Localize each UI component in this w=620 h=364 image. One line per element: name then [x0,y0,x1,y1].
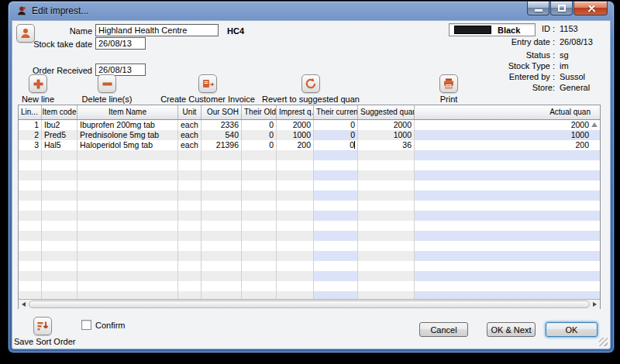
table-cell-empty[interactable] [277,271,314,281]
table-cell-empty[interactable] [202,271,242,281]
col-their-current[interactable]: Their curren... [314,105,358,119]
table-cell-empty[interactable] [202,221,242,231]
table-cell-empty[interactable] [314,170,358,180]
table-cell-empty[interactable] [277,291,314,299]
name-input[interactable] [95,24,219,36]
cell-line[interactable]: 3 [19,140,42,150]
cell-their-old[interactable]: 0 [242,130,277,140]
table-cell-empty[interactable] [42,191,78,201]
cell-imprest[interactable]: 1000 [277,130,314,140]
col-unit[interactable]: Unit [178,105,202,119]
table-cell-empty[interactable] [78,170,178,180]
table-cell-empty[interactable] [277,241,314,251]
table-cell-empty[interactable] [202,231,242,241]
table-cell-empty[interactable] [415,170,600,180]
cell-suggested[interactable]: 2000 [358,120,415,130]
table-cell-empty[interactable] [358,201,415,211]
scroll-right-icon[interactable] [593,302,597,307]
table-cell-empty[interactable] [19,291,42,299]
table-cell-empty[interactable] [314,160,358,170]
table-row-empty[interactable] [19,150,600,160]
table-cell-empty[interactable] [178,160,202,170]
table-cell-empty[interactable] [242,211,277,221]
table-cell-empty[interactable] [242,201,277,211]
table-cell-empty[interactable] [19,180,42,191]
table-horizontal-scrollbar[interactable] [19,299,600,309]
cell-unit[interactable]: each [178,130,202,140]
cell-line[interactable]: 2 [19,130,42,140]
close-button[interactable] [574,2,608,15]
table-cell-empty[interactable] [277,201,314,211]
cell-unit[interactable]: each [178,140,202,150]
table-cell-empty[interactable] [19,160,42,170]
cell-item-code[interactable]: Ibu2 [42,120,78,130]
col-our-soh[interactable]: Our SOH [202,105,242,119]
table-cell-empty[interactable] [202,180,242,191]
table-cell-empty[interactable] [78,221,178,231]
table-row-empty[interactable] [19,241,600,251]
table-cell-empty[interactable] [78,291,178,299]
table-cell-empty[interactable] [202,241,242,251]
table-row[interactable]: 1 Ibu2 Ibuprofen 200mg tab each 2336 0 2… [19,120,600,130]
col-item-code[interactable]: Item code [42,105,78,119]
table-cell-empty[interactable] [42,201,78,211]
table-cell-empty[interactable] [42,211,78,221]
table-cell-empty[interactable] [19,211,42,221]
cell-their-old[interactable]: 0 [242,120,277,130]
table-cell-empty[interactable] [314,281,358,291]
table-cell-empty[interactable] [277,231,314,241]
table-cell-empty[interactable] [42,180,78,191]
table-cell-empty[interactable] [178,231,202,241]
table-row-empty[interactable] [19,231,600,241]
table-cell-empty[interactable] [42,170,78,180]
table-cell-empty[interactable] [78,261,178,271]
table-cell-empty[interactable] [178,180,202,191]
cell-our-soh[interactable]: 2336 [202,120,242,130]
table-cell-empty[interactable] [415,191,600,201]
resize-grip[interactable] [599,338,608,346]
table-row-empty[interactable] [19,281,600,291]
table-cell-empty[interactable] [358,221,415,231]
cell-their-current[interactable]: 0 [314,120,358,130]
cell-their-current[interactable]: 0 [314,130,358,140]
table-cell-empty[interactable] [415,160,600,170]
table-cell-empty[interactable] [358,281,415,291]
table-cell-empty[interactable] [19,231,42,241]
col-their-old[interactable]: Their Old S... [242,105,277,119]
cell-their-old[interactable]: 0 [242,140,277,150]
table-cell-empty[interactable] [415,201,600,211]
maximize-button[interactable] [550,2,573,15]
table-cell-empty[interactable] [415,281,600,291]
cell-item-code[interactable]: Pred5 [42,130,78,140]
table-cell-empty[interactable] [42,160,78,170]
table-cell-empty[interactable] [78,281,178,291]
table-cell-empty[interactable] [415,271,600,281]
table-cell-empty[interactable] [314,271,358,281]
table-vertical-scrollbar[interactable] [588,120,600,299]
table-row-empty[interactable] [19,251,600,261]
cell-actual[interactable]: 1000 [415,130,600,140]
table-cell-empty[interactable] [277,211,314,221]
cell-item-code[interactable]: Hal5 [42,140,78,150]
cell-their-current-editing[interactable]: 0 [314,140,358,150]
table-cell-empty[interactable] [178,150,202,160]
table-cell-empty[interactable] [242,251,277,261]
stock-take-date-input[interactable] [95,37,146,50]
table-cell-empty[interactable] [277,150,314,160]
table-cell-empty[interactable] [42,231,78,241]
cell-imprest[interactable]: 200 [277,140,314,150]
table-cell-empty[interactable] [415,251,600,261]
table-cell-empty[interactable] [358,291,415,299]
delete-lines-button[interactable] [98,74,116,93]
table-cell-empty[interactable] [202,251,242,261]
table-cell-empty[interactable] [242,271,277,281]
cell-line[interactable]: 1 [19,120,42,130]
table-cell-empty[interactable] [202,191,242,201]
table-cell-empty[interactable] [202,170,242,180]
col-line[interactable]: Lin... [19,105,42,119]
table-cell-empty[interactable] [358,191,415,201]
table-cell-empty[interactable] [178,201,202,211]
table-cell-empty[interactable] [242,231,277,241]
table-cell-empty[interactable] [358,170,415,180]
table-cell-empty[interactable] [178,211,202,221]
